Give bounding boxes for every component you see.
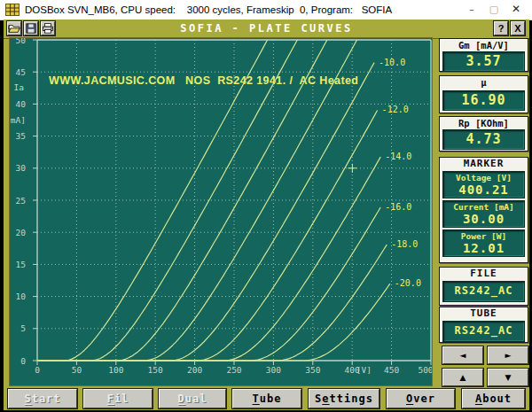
tube-value: RS242_AC [443, 322, 524, 340]
plate-curve-vg-6 [37, 40, 327, 361]
curve-label-vg-18: -18.0 [391, 239, 418, 249]
up-button[interactable]: ▲ [442, 369, 483, 386]
button-over[interactable]: Over [387, 389, 455, 408]
gm-card: Gm [mA/V] 3.57 [439, 38, 528, 72]
down-button[interactable]: ▼ [488, 369, 528, 386]
plate-curve-vg-16 [37, 207, 380, 361]
y-tick-label: 30 [16, 163, 27, 173]
plate-curves-chart: 050100150200250300350400450500[V]0510152… [10, 38, 432, 385]
curve-label-vg-10: -10.0 [379, 58, 405, 67]
tube-header: TUBE [440, 307, 528, 319]
help-button[interactable]: ? [494, 21, 508, 35]
app-close-button[interactable]: X [511, 21, 525, 35]
plate-curve-vg-20 [37, 284, 390, 361]
marker-current-value: 30.00 [443, 213, 524, 226]
x-tick-label: 0 [35, 365, 40, 375]
mu-display: 16.90 [442, 90, 525, 111]
x-tick-label: 50 [72, 365, 82, 375]
y-tick-label: 35 [16, 131, 26, 141]
plate-curve-vg-18 [37, 245, 387, 361]
rp-label: Rp [KOhm] [440, 117, 528, 128]
maximize-button[interactable]: ▢ [483, 0, 505, 19]
rp-display: 4.73 [442, 129, 525, 150]
readout-panel: Gm [mA/V] 3.57 µ 16.90 Rp [KOhm] 4.73 MA… [439, 38, 528, 385]
mu-label: µ [440, 76, 528, 88]
marker-voltage-value: 400.21 [443, 183, 524, 197]
printer-icon [42, 23, 54, 34]
x-tick-label: 500 [418, 365, 432, 375]
right-arrow-icon: ► [505, 351, 512, 360]
curve-label-vg-12: -12.0 [382, 105, 409, 114]
save-file-button[interactable] [24, 21, 38, 35]
file-header: FILE [440, 268, 528, 279]
y-tick-label: 25 [16, 196, 26, 206]
y-tick-label: 40 [16, 99, 27, 109]
y-tick-label: 20 [16, 228, 27, 237]
curve-label-vg-14: -14.0 [385, 152, 411, 161]
gm-label: Gm [mA/V] [440, 39, 528, 51]
rp-card: Rp [KOhm] 4.73 [439, 116, 528, 152]
prev-button[interactable]: ◄ [442, 346, 483, 364]
marker-voltage-display: Voltage [V] 400.21 [442, 171, 525, 198]
tube-card: TUBE RS242_AC [439, 307, 528, 343]
x-tick-label: 450 [384, 365, 399, 375]
up-arrow-icon: ▲ [460, 373, 466, 382]
button-start[interactable]: Start [8, 389, 77, 408]
marker-card: MARKER Voltage [V] 400.21 Current [mA] 3… [439, 157, 528, 263]
marker-power-value: 12.01 [443, 242, 524, 255]
watermark-text: WWW.JACMUSIC.COM NOS RS242 1941. / AC He… [49, 74, 358, 87]
next-button[interactable]: ► [488, 346, 528, 364]
window-titlebar: DOSBox SVN_MB6, CPU speed: 3000 cycles, … [0, 0, 532, 20]
close-button[interactable]: ✕ [505, 0, 527, 19]
sofia-titlebar: SOFIA - PLATE CURVES [4, 19, 529, 39]
window-title: DOSBox SVN_MB6, CPU speed: 3000 cycles, … [25, 0, 392, 19]
open-folder-icon [8, 23, 20, 34]
print-button[interactable] [41, 21, 55, 35]
y-tick-label: 5 [20, 323, 26, 333]
mu-value: 16.90 [443, 91, 524, 110]
open-file-button[interactable] [7, 21, 21, 35]
y-axis-label: Ia [14, 82, 24, 92]
x-tick-label: 350 [305, 365, 320, 375]
marker-header: MARKER [440, 158, 528, 169]
rp-value: 4.73 [443, 130, 524, 149]
x-tick-label: 150 [148, 365, 163, 375]
file-value: RS242_AC [443, 282, 524, 300]
x-axis-unit-label: [V] [356, 365, 372, 375]
gm-display: 3.57 [442, 51, 525, 72]
x-tick-label: 200 [187, 365, 202, 375]
gm-value: 3.57 [443, 52, 524, 71]
y-tick-label: 15 [16, 260, 26, 269]
button-tube[interactable]: Tube [232, 389, 301, 408]
y-axis-unit-label: [mA] [10, 115, 26, 125]
y-tick-label: 50 [16, 38, 27, 45]
sofia-app: SOFIA - PLATE CURVES [4, 19, 529, 410]
y-tick-label: 0 [20, 356, 26, 366]
file-display: RS242_AC [442, 281, 525, 302]
x-tick-label: 300 [266, 365, 281, 375]
marker-power-display: Power [W] 12.01 [442, 229, 525, 257]
y-tick-label: 45 [16, 67, 26, 77]
minimize-button[interactable]: – [461, 0, 482, 19]
dosbox-app-icon [5, 4, 20, 16]
tube-display: RS242_AC [442, 321, 525, 342]
save-icon [25, 23, 37, 34]
plate-curve-vg-14 [37, 157, 380, 361]
y-tick-label: 10 [16, 292, 27, 301]
mu-card: µ 16.90 [439, 75, 528, 113]
curve-label-vg-16: -16.0 [385, 202, 411, 212]
button-settings[interactable]: Settings [309, 389, 379, 408]
x-tick-label: 100 [108, 365, 123, 375]
down-arrow-icon: ▼ [505, 373, 512, 382]
button-fil[interactable]: Fil [83, 389, 153, 408]
dosbox-window: DOSBox SVN_MB6, CPU speed: 3000 cycles, … [0, 0, 532, 412]
button-about[interactable]: About [462, 389, 525, 408]
curve-label-vg-20: -20.0 [395, 278, 421, 288]
plate-curve-vg-10 [37, 63, 374, 361]
chart-canvas: 050100150200250300350400450500[V]0510152… [10, 38, 432, 385]
x-tick-label: 250 [226, 365, 241, 375]
left-arrow-icon: ◄ [460, 351, 466, 360]
marker-current-display: Current [mA] 30.00 [442, 200, 525, 228]
file-card: FILE RS242_AC [439, 267, 528, 306]
button-dual[interactable]: Dual [159, 389, 226, 408]
